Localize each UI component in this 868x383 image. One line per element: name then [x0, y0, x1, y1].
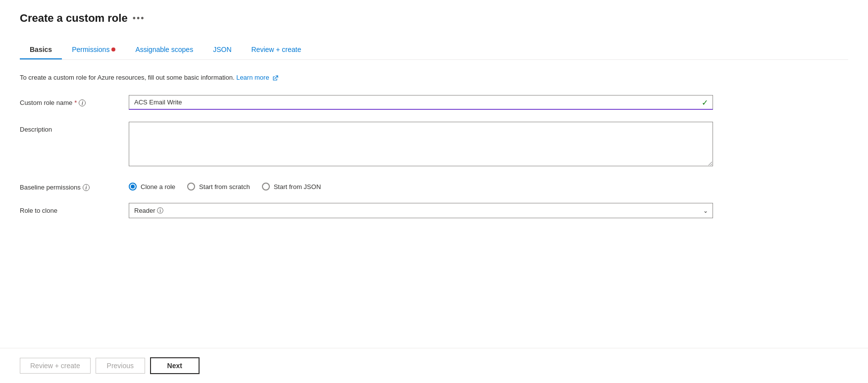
radio-scratch-input[interactable]	[187, 183, 195, 191]
radio-clone-a-role[interactable]: Clone a role	[129, 183, 175, 191]
role-to-clone-select-wrapper: Reader ⓘ Contributor Owner ⌄	[129, 203, 713, 218]
radio-scratch-label: Start from scratch	[199, 183, 250, 191]
radio-group-baseline: Clone a role Start from scratch Start fr…	[129, 180, 713, 191]
radio-clone-input[interactable]	[129, 183, 137, 191]
description-control	[129, 122, 713, 168]
role-to-clone-control: Reader ⓘ Contributor Owner ⌄	[129, 203, 713, 218]
tab-review-create[interactable]: Review + create	[242, 41, 311, 59]
page-container: Create a custom role ••• Basics Permissi…	[0, 0, 868, 383]
custom-role-name-input[interactable]	[129, 95, 713, 110]
role-to-clone-label: Role to clone	[20, 203, 129, 214]
tab-json[interactable]: JSON	[203, 41, 241, 59]
next-button[interactable]: Next	[150, 357, 200, 374]
role-to-clone-select[interactable]: Reader ⓘ Contributor Owner	[129, 203, 713, 218]
learn-more-link[interactable]: Learn more	[236, 74, 278, 81]
radio-json-input[interactable]	[262, 183, 270, 191]
more-options-icon[interactable]: •••	[133, 13, 145, 24]
baseline-permissions-control: Clone a role Start from scratch Start fr…	[129, 180, 713, 191]
description-label: Description	[20, 122, 129, 133]
description-text: To create a custom role for Azure resour…	[20, 74, 848, 81]
custom-role-name-label: Custom role name * i	[20, 95, 129, 106]
radio-start-from-scratch[interactable]: Start from scratch	[187, 183, 250, 191]
form-row-baseline: Baseline permissions i Clone a role Star…	[20, 180, 848, 191]
external-link-icon	[272, 75, 278, 81]
main-content: Create a custom role ••• Basics Permissi…	[0, 0, 868, 348]
form-row-name: Custom role name * i ✓	[20, 95, 848, 110]
custom-role-name-input-wrapper: ✓	[129, 95, 713, 110]
custom-role-name-info-icon[interactable]: i	[79, 99, 86, 106]
page-title: Create a custom role	[20, 12, 128, 25]
tab-basics[interactable]: Basics	[20, 41, 62, 59]
tab-assignable-scopes[interactable]: Assignable scopes	[125, 41, 203, 59]
form-row-description: Description	[20, 122, 848, 168]
review-create-button[interactable]: Review + create	[20, 358, 91, 374]
description-textarea[interactable]	[129, 122, 713, 166]
radio-start-from-json[interactable]: Start from JSON	[262, 183, 321, 191]
radio-json-label: Start from JSON	[274, 183, 321, 191]
baseline-permissions-info-icon[interactable]: i	[83, 184, 90, 191]
page-title-row: Create a custom role •••	[20, 12, 848, 25]
baseline-permissions-label: Baseline permissions i	[20, 180, 129, 191]
input-valid-icon: ✓	[702, 98, 708, 107]
tabs-row: Basics Permissions Assignable scopes JSO…	[20, 41, 848, 60]
bottom-bar: Review + create Previous Next	[0, 348, 868, 383]
required-star: *	[74, 99, 77, 106]
previous-button[interactable]: Previous	[96, 358, 145, 374]
custom-role-name-control: ✓	[129, 95, 713, 110]
permissions-dot	[111, 48, 115, 51]
form-row-role-to-clone: Role to clone Reader ⓘ Contributor Owner…	[20, 203, 848, 218]
radio-clone-label: Clone a role	[141, 183, 175, 191]
tab-permissions[interactable]: Permissions	[62, 41, 125, 59]
